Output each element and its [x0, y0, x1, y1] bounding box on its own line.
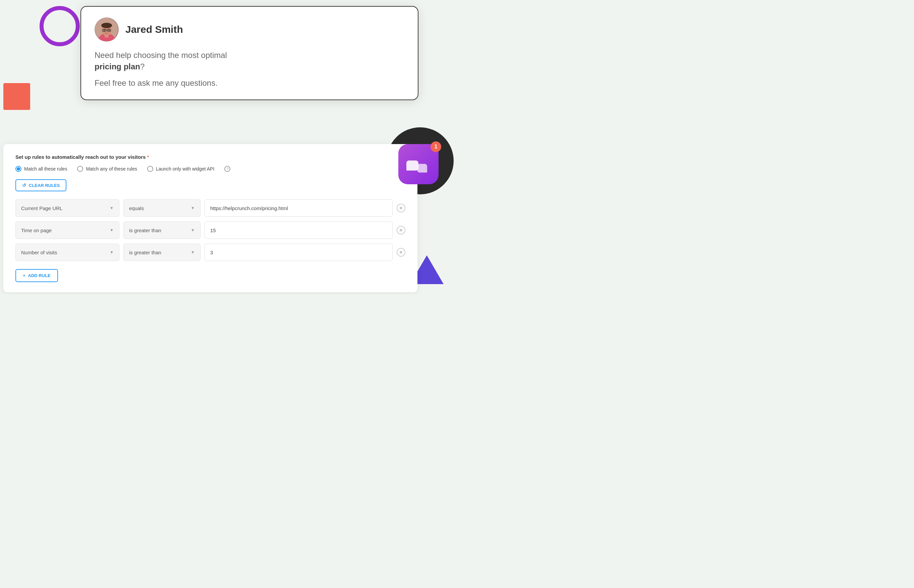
rules-panel-title: Set up rules to automatically reach out …	[15, 154, 405, 160]
add-rule-button[interactable]: + ADD RULE	[15, 269, 58, 282]
radio-match-any[interactable]: Match any of these rules	[77, 166, 137, 172]
agent-avatar	[94, 18, 119, 42]
agent-name: Jared Smith	[125, 24, 183, 35]
rule-3-field-select[interactable]: Number of visits ▼	[15, 244, 119, 261]
svg-point-5	[103, 24, 111, 28]
rule-3-operator-chevron: ▼	[191, 250, 195, 255]
rules-panel: Set up rules to automatically reach out …	[3, 144, 417, 292]
rule-1-operator-select[interactable]: equals ▼	[123, 199, 201, 217]
deco-circle	[40, 6, 80, 46]
add-icon: +	[23, 273, 26, 278]
rule-1-field-label: Current Page URL	[21, 205, 62, 211]
rule-2-field-select[interactable]: Time on page ▼	[15, 221, 119, 239]
rule-row-3: Number of visits ▼ is greater than ▼ ✕	[15, 244, 405, 261]
svg-point-10	[108, 29, 110, 31]
rule-3-remove-button[interactable]: ✕	[397, 248, 405, 257]
radio-launch-widget-label: Launch only with widget API	[156, 166, 214, 171]
chat-bubble-secondary	[417, 164, 427, 173]
message-bold: pricing plan	[94, 62, 140, 71]
chat-notification-badge: 1	[431, 141, 441, 152]
rule-1-operator-label: equals	[129, 205, 144, 211]
rule-3-field-label: Number of visits	[21, 250, 57, 255]
radio-match-any-circle	[77, 166, 83, 172]
rule-3-value-input[interactable]	[204, 244, 393, 261]
rule-row-1: Current Page URL ▼ equals ▼ ✕	[15, 199, 405, 217]
chat-widget-icon[interactable]: 1	[398, 144, 439, 184]
clear-rules-label: CLEAR RULES	[29, 183, 60, 188]
chat-bubble-primary	[407, 160, 418, 171]
deco-rect	[3, 83, 30, 110]
clear-rules-button[interactable]: ↺ CLEAR RULES	[15, 179, 66, 191]
rule-1-field-chevron: ▼	[110, 206, 113, 210]
matching-options: Match all these rules Match any of these…	[15, 166, 405, 172]
add-rule-label: ADD RULE	[28, 273, 50, 278]
radio-match-all[interactable]: Match all these rules	[15, 166, 67, 172]
rule-2-field-chevron: ▼	[110, 228, 113, 233]
radio-match-all-inner	[17, 167, 20, 171]
required-marker: *	[147, 154, 149, 160]
rule-3-operator-label: is greater than	[129, 250, 161, 255]
rule-3-field-chevron: ▼	[110, 250, 113, 255]
rule-2-operator-chevron: ▼	[191, 228, 195, 233]
rule-2-operator-label: is greater than	[129, 228, 161, 233]
message-punctuation: ?	[140, 62, 144, 71]
chat-preview-card: Jared Smith Need help choosing the most …	[81, 6, 418, 100]
rule-1-operator-chevron: ▼	[191, 206, 195, 210]
refresh-icon: ↺	[22, 183, 26, 188]
help-icon[interactable]: ?	[224, 166, 230, 172]
radio-launch-widget[interactable]: Launch only with widget API	[147, 166, 214, 172]
radio-launch-widget-circle	[147, 166, 153, 172]
rule-2-field-label: Time on page	[21, 228, 52, 233]
radio-match-all-circle	[15, 166, 21, 172]
rule-row-2: Time on page ▼ is greater than ▼ ✕	[15, 221, 405, 239]
message-line1: Need help choosing the most optimal	[94, 51, 227, 60]
radio-match-all-label: Match all these rules	[24, 166, 67, 171]
rule-2-operator-select[interactable]: is greater than ▼	[123, 221, 201, 239]
chat-card-body: Need help choosing the most optimal pric…	[94, 50, 404, 89]
rule-1-remove-button[interactable]: ✕	[397, 204, 405, 212]
rule-2-remove-button[interactable]: ✕	[397, 226, 405, 234]
message-line2: Feel free to ask me any questions.	[94, 78, 404, 89]
rule-2-value-input[interactable]	[204, 221, 393, 239]
rule-1-value-input[interactable]	[204, 199, 393, 217]
rule-3-operator-select[interactable]: is greater than ▼	[123, 244, 201, 261]
rule-1-field-select[interactable]: Current Page URL ▼	[15, 199, 119, 217]
svg-point-9	[104, 29, 105, 31]
radio-match-any-label: Match any of these rules	[86, 166, 137, 171]
